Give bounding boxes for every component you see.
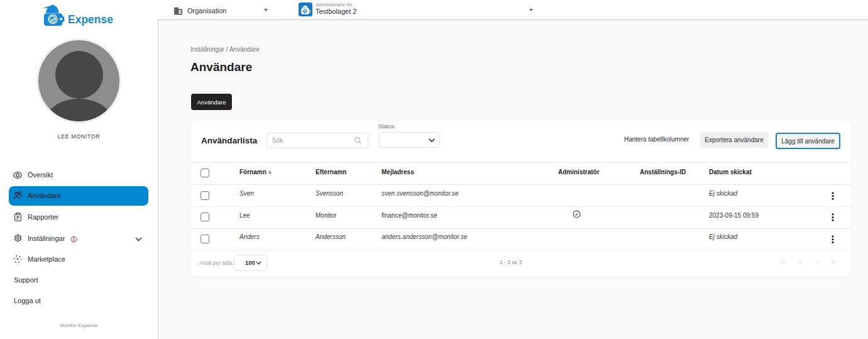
svg-text:Expense: Expense [68,13,113,26]
